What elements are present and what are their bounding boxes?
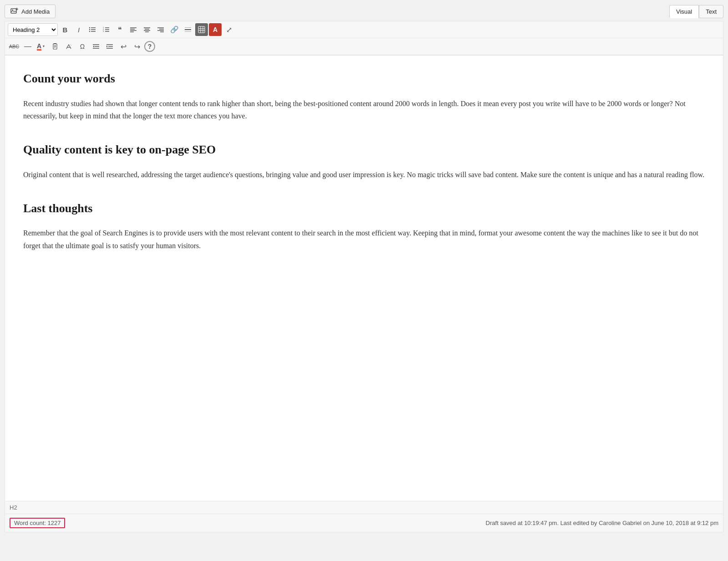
more-button[interactable] — [182, 23, 194, 36]
font-color-button[interactable]: A — [209, 23, 222, 36]
section-3-heading: Last thoughts — [23, 199, 705, 218]
tab-visual[interactable]: Visual — [669, 5, 699, 18]
svg-marker-47 — [93, 46, 94, 47]
section-2: Quality content is key to on-page SEO Or… — [23, 140, 705, 181]
editor-content[interactable]: Count your words Recent industry studies… — [5, 55, 723, 501]
help-button[interactable]: ? — [144, 41, 155, 52]
toolbar-row-2: ABC — A Ω ↩ ↪ ? — [5, 38, 723, 55]
outdent-button[interactable] — [90, 40, 102, 53]
ordered-list-button[interactable]: 1.2.3. — [100, 23, 112, 36]
blockquote-button[interactable]: ❝ — [113, 23, 126, 36]
bold-button[interactable]: B — [59, 23, 71, 36]
section-1-paragraph: Recent industry studies had shown that l… — [23, 97, 705, 122]
svg-marker-51 — [106, 46, 108, 47]
section-1-heading: Count your words — [23, 69, 705, 88]
svg-point-9 — [89, 31, 90, 32]
italic-button[interactable]: I — [72, 23, 85, 36]
special-char-button[interactable]: Ω — [76, 40, 89, 53]
tab-text[interactable]: Text — [699, 5, 723, 18]
align-left-button[interactable] — [127, 23, 140, 36]
bullet-list-button[interactable] — [86, 23, 99, 36]
section-2-paragraph: Original content that is well researched… — [23, 168, 705, 181]
add-media-icon — [10, 7, 19, 15]
svg-rect-30 — [185, 31, 191, 32]
toolbar-row-1: Heading 2 Paragraph Heading 1 Heading 3 … — [5, 21, 723, 38]
current-tag-label: H2 — [10, 504, 17, 511]
svg-rect-28 — [185, 29, 191, 30]
paste-text-button[interactable] — [49, 40, 61, 53]
svg-line-43 — [71, 45, 71, 46]
section-1: Count your words Recent industry studies… — [23, 69, 705, 122]
svg-rect-31 — [198, 26, 205, 33]
indent-button[interactable] — [103, 40, 116, 53]
fullscreen-button[interactable]: ⤢ — [222, 23, 235, 36]
svg-rect-38 — [54, 43, 56, 44]
table-button[interactable] — [195, 23, 208, 36]
add-media-button[interactable]: Add Media — [5, 5, 56, 18]
undo-button[interactable]: ↩ — [117, 40, 130, 53]
link-button[interactable]: 🔗 — [168, 23, 181, 36]
redo-button[interactable]: ↪ — [131, 40, 143, 53]
horizontal-rule-button[interactable]: — — [21, 40, 34, 53]
clear-formatting-button[interactable] — [62, 40, 75, 53]
svg-point-7 — [89, 27, 90, 28]
strikethrough-button[interactable]: ABC — [8, 40, 20, 53]
svg-text:3.: 3. — [103, 30, 104, 32]
section-3: Last thoughts Remember that the goal of … — [23, 199, 705, 252]
section-2-heading: Quality content is key to on-page SEO — [23, 140, 705, 159]
align-right-button[interactable] — [154, 23, 167, 36]
svg-point-8 — [89, 29, 90, 30]
word-count: Word count: 1227 — [10, 518, 65, 528]
view-tabs: Visual Text — [669, 5, 723, 18]
top-bar: Add Media Visual Text — [5, 5, 723, 18]
align-center-button[interactable] — [141, 23, 153, 36]
bottom-bar: Word count: 1227 Draft saved at 10:19:47… — [5, 514, 723, 532]
format-select[interactable]: Heading 2 Paragraph Heading 1 Heading 3 … — [8, 23, 58, 36]
draft-status: Draft saved at 10:19:47 pm. Last edited … — [485, 520, 718, 526]
font-color-row2-button[interactable]: A — [35, 40, 48, 53]
section-3-paragraph: Remember that the goal of Search Engines… — [23, 227, 705, 251]
toolbar: Heading 2 Paragraph Heading 1 Heading 3 … — [5, 21, 723, 55]
add-media-label: Add Media — [21, 8, 50, 15]
status-bar: H2 — [5, 501, 723, 514]
svg-rect-29 — [185, 27, 191, 28]
svg-marker-36 — [43, 46, 45, 47]
